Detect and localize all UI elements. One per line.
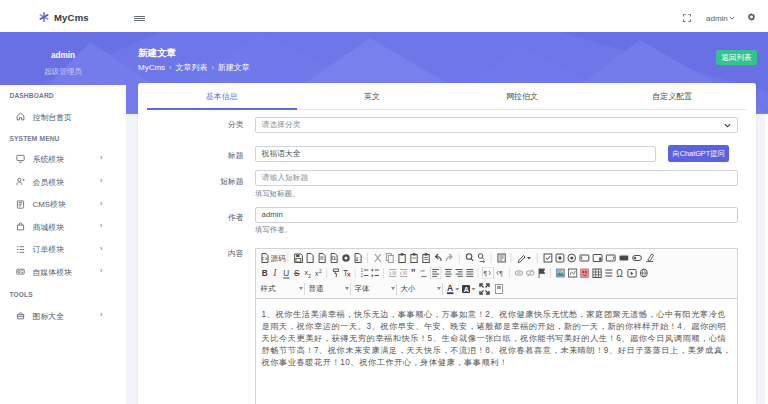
svg-text:2: 2 (308, 273, 311, 279)
svg-text:T: T (343, 269, 348, 279)
svg-text:”: ” (410, 268, 415, 280)
svg-text:2: 2 (319, 268, 322, 274)
svg-text:源码: 源码 (269, 254, 285, 263)
svg-text:Ω: Ω (616, 269, 623, 280)
svg-text:“”: “” (420, 269, 424, 276)
svg-text:¶: ¶ (483, 269, 487, 279)
svg-text:x: x (304, 268, 308, 278)
svg-text:2: 2 (360, 274, 363, 279)
svg-text:I: I (272, 268, 277, 279)
svg-text:A: A (463, 286, 468, 293)
svg-text:¶: ¶ (499, 269, 503, 279)
svg-text:S: S (294, 268, 300, 279)
svg-text:B: B (261, 268, 268, 279)
svg-text:A: A (447, 283, 453, 293)
svg-text:x: x (315, 269, 319, 279)
svg-text:U: U (283, 268, 289, 279)
